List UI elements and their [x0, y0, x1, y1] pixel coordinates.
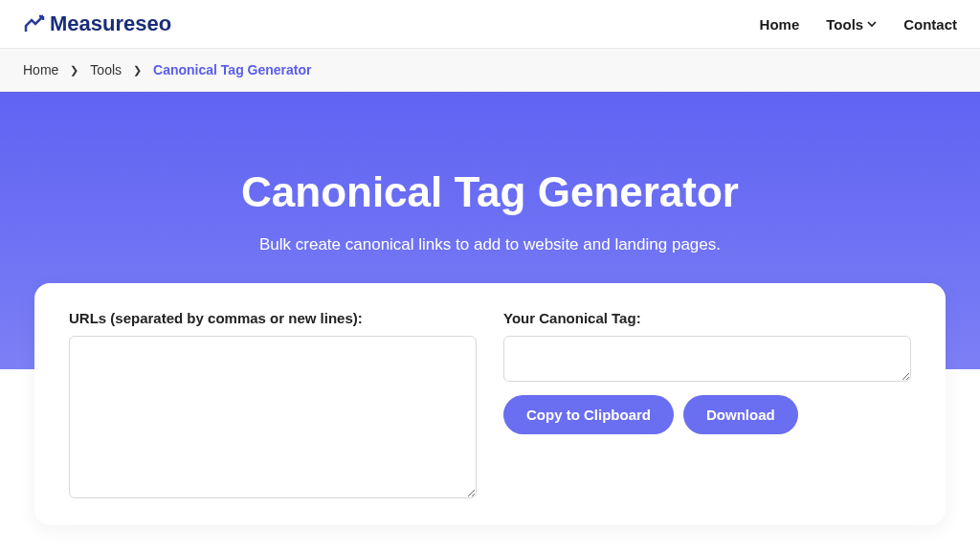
nav-contact[interactable]: Contact [903, 16, 957, 33]
breadcrumb-tools[interactable]: Tools [90, 62, 122, 77]
tool-card: URLs (separated by commas or new lines):… [34, 283, 946, 525]
header: Measureseo Home Tools Contact [0, 0, 980, 48]
chevron-right-icon: ❯ [70, 64, 78, 77]
logo-icon [23, 12, 46, 35]
output-column: Your Canonical Tag: Copy to Clipboard Do… [503, 310, 911, 498]
nav-tools[interactable]: Tools [826, 16, 877, 33]
urls-label: URLs (separated by commas or new lines): [69, 310, 477, 326]
breadcrumb-home[interactable]: Home [23, 62, 58, 77]
output-label: Your Canonical Tag: [503, 310, 911, 326]
copy-button[interactable]: Copy to Clipboard [503, 395, 674, 434]
button-row: Copy to Clipboard Download [503, 395, 911, 434]
download-button[interactable]: Download [683, 395, 798, 434]
logo-text: Measureseo [50, 11, 171, 36]
page-subtitle: Bulk create canonical links to add to we… [0, 235, 980, 254]
page-title: Canonical Tag Generator [0, 168, 980, 216]
nav: Home Tools Contact [760, 16, 957, 33]
chevron-down-icon [867, 19, 877, 29]
logo[interactable]: Measureseo [23, 11, 171, 36]
breadcrumb: Home ❯ Tools ❯ Canonical Tag Generator [0, 48, 980, 92]
chevron-right-icon: ❯ [133, 64, 142, 77]
nav-home[interactable]: Home [760, 16, 800, 33]
breadcrumb-current: Canonical Tag Generator [153, 62, 311, 77]
nav-tools-label: Tools [826, 16, 863, 33]
output-textarea[interactable] [503, 336, 911, 382]
urls-input[interactable] [69, 336, 477, 498]
input-column: URLs (separated by commas or new lines): [69, 310, 477, 498]
